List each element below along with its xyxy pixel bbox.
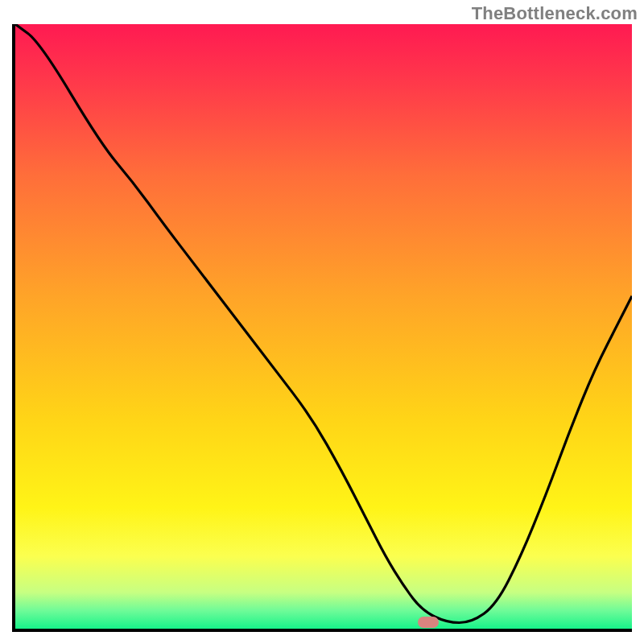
curve-svg xyxy=(15,24,632,629)
optimal-marker xyxy=(418,617,439,628)
plot-area xyxy=(12,24,632,632)
watermark-text: TheBottleneck.com xyxy=(472,3,638,24)
chart-frame: TheBottleneck.com xyxy=(0,0,644,644)
bottleneck-curve xyxy=(15,24,632,623)
